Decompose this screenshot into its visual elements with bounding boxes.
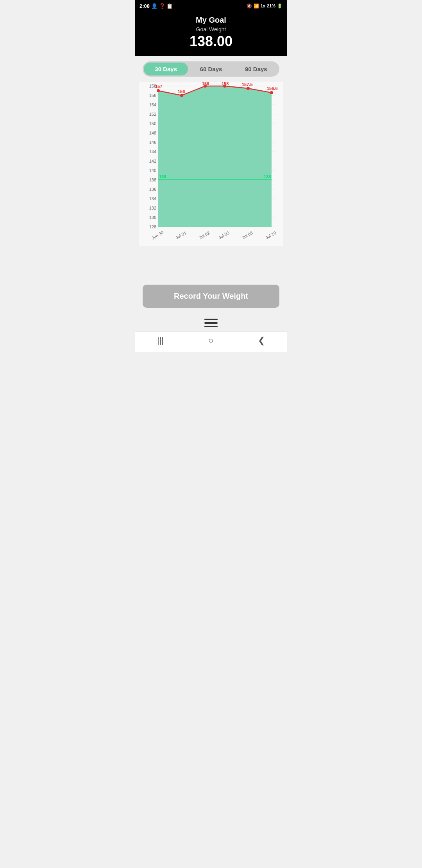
svg-text:152: 152	[149, 112, 156, 117]
hamburger-line-2	[204, 322, 218, 324]
battery-pct: 21%	[267, 4, 275, 8]
goal-value: 138.00	[141, 33, 281, 50]
weight-chart: 128 130 132 134 136 138 140 142 144 146 …	[139, 82, 283, 279]
label-4: 157.5	[242, 82, 253, 87]
label-1: 156	[178, 89, 185, 94]
svg-text:134: 134	[149, 196, 156, 201]
svg-text:148: 148	[149, 131, 156, 135]
status-left: 2:08 👤 ❓ 📋	[139, 3, 173, 9]
svg-text:144: 144	[149, 149, 156, 154]
svg-text:136: 136	[149, 187, 156, 192]
label-2: 158	[202, 82, 209, 86]
chart-fill	[158, 86, 272, 227]
wifi-icon: 📶	[254, 4, 259, 9]
svg-text:150: 150	[149, 121, 156, 126]
svg-text:140: 140	[149, 168, 156, 173]
hamburger-area[interactable]	[135, 313, 287, 331]
tab-90-days[interactable]: 90 Days	[234, 63, 278, 75]
svg-text:156: 156	[149, 93, 156, 98]
hamburger-line-3	[204, 326, 218, 327]
datapoint-0	[157, 89, 160, 92]
hamburger-line-1	[204, 319, 218, 320]
tab-switcher: 30 Days 60 Days 90 Days	[143, 61, 279, 77]
status-icons: 👤 ❓ 📋	[151, 3, 173, 9]
nav-back-button[interactable]: ❮	[258, 335, 265, 346]
signal-icon: 1x	[261, 4, 265, 8]
goal-label-left: 138	[159, 174, 166, 179]
goal-label-right: 138	[264, 174, 271, 179]
record-weight-button[interactable]: Record Your Weight	[143, 285, 279, 308]
battery-icon: 🔋	[277, 4, 283, 9]
system-nav-bar: ||| ○ ❮	[135, 331, 287, 352]
nav-home-button[interactable]: ○	[208, 335, 213, 346]
tab-30-days[interactable]: 30 Days	[144, 63, 188, 75]
svg-text:146: 146	[149, 140, 156, 145]
datapoint-1	[180, 94, 183, 97]
status-time: 2:08	[139, 3, 150, 9]
tab-60-days[interactable]: 60 Days	[189, 63, 233, 75]
label-0: 157	[155, 84, 162, 89]
goal-label: Goal Weight	[141, 26, 281, 32]
hamburger-icon[interactable]	[204, 319, 218, 327]
datapoint-5	[270, 91, 273, 94]
svg-text:128: 128	[149, 224, 156, 229]
svg-text:142: 142	[149, 159, 156, 163]
mute-icon: 🔇	[247, 4, 252, 9]
page-title: My Goal	[141, 16, 281, 25]
nav-recent-button[interactable]: |||	[157, 335, 164, 346]
status-bar: 2:08 👤 ❓ 📋 🔇 📶 1x 21% 🔋	[135, 0, 287, 12]
svg-text:138: 138	[149, 178, 156, 182]
svg-text:154: 154	[149, 102, 156, 107]
svg-text:130: 130	[149, 215, 156, 220]
label-5: 156.6	[267, 86, 278, 91]
header: My Goal Goal Weight 138.00	[135, 12, 287, 56]
status-right: 🔇 📶 1x 21% 🔋	[247, 4, 283, 9]
svg-text:132: 132	[149, 206, 156, 210]
chart-svg: 128 130 132 134 136 138 140 142 144 146 …	[139, 82, 283, 246]
datapoint-4	[247, 87, 250, 90]
label-3: 158	[222, 82, 229, 86]
